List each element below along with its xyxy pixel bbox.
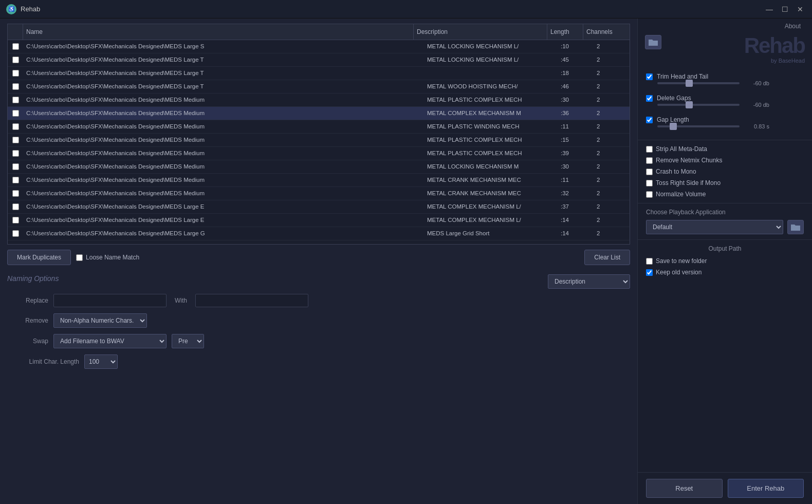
row-checkbox[interactable] — [12, 177, 19, 183]
strip-meta-row[interactable]: Strip All Meta-Data — [646, 145, 804, 153]
row-checkbox[interactable] — [12, 137, 19, 143]
row-length: :45 — [558, 53, 594, 66]
gap-length-slider[interactable] — [657, 125, 740, 127]
row-description — [424, 67, 558, 80]
limit-select[interactable]: 10050200 — [84, 354, 118, 369]
remove-netmix-row[interactable]: Remove Netmix Chunks — [646, 157, 804, 164]
crash-mono-row[interactable]: Crash to Mono — [646, 168, 804, 175]
gap-length-label: Gap Length — [657, 116, 689, 123]
table-row[interactable]: C:\Users\carbo\Desktop\SFX\Mechanicals D… — [8, 94, 630, 107]
titlebar: ♿ Rehab — ☐ ✕ — [0, 0, 812, 18]
table-row[interactable]: C:\Users\carbo\Desktop\SFX\Mechanicals D… — [8, 107, 630, 120]
minimize-button[interactable]: — — [764, 4, 775, 15]
row-channels: 2 — [594, 214, 630, 227]
gap-length-checkbox[interactable] — [646, 117, 653, 123]
loose-name-match-checkbox[interactable] — [76, 254, 83, 261]
table-row[interactable]: C:\Users\carbo\Desktop\SFX\Mechanicals D… — [8, 200, 630, 214]
replace-input[interactable] — [53, 294, 167, 307]
right-panel: About Rehab by BaseHead Trim Head and Ta… — [637, 18, 812, 504]
toss-right-row[interactable]: Toss Right Side if Mono — [646, 179, 804, 186]
row-checkbox[interactable] — [12, 70, 19, 77]
table-row[interactable]: C:\Users\carbo\Desktop\SFX\Mechanicals D… — [8, 134, 630, 147]
main-layout: Name Description Length Channels C:\User… — [0, 18, 812, 504]
row-name: C:\Users\carbo\Desktop\SFX\Mechanicals D… — [23, 107, 424, 120]
table-row[interactable]: C:\Users\carbo\Desktop\SFX\Mechanicals D… — [8, 174, 630, 187]
app-title: Rehab — [21, 5, 764, 13]
row-checkbox[interactable] — [12, 97, 19, 103]
strip-meta-checkbox[interactable] — [646, 146, 653, 153]
remove-select[interactable]: Non-Alpha Numeric Chars.NoneCustom — [53, 313, 147, 328]
keep-old-version-row[interactable]: Keep old version — [646, 269, 804, 276]
table-row[interactable]: C:\Users\carbo\Desktop\SFX\Mechanicals D… — [8, 53, 630, 67]
col-check — [8, 24, 23, 40]
table-row[interactable]: C:\Users\carbo\Desktop\SFX\Mechanicals D… — [8, 160, 630, 174]
trim-label: Trim Head and Tail — [657, 73, 708, 80]
row-length: :15 — [558, 134, 594, 146]
row-checkbox[interactable] — [12, 190, 19, 197]
row-checkbox[interactable] — [12, 230, 19, 237]
swap-select[interactable]: Add Filename to BWAVNone — [53, 334, 167, 348]
about-button[interactable]: About — [781, 22, 805, 31]
row-checkbox[interactable] — [12, 57, 19, 63]
playback-section: Choose Playback Application DefaultiTune… — [638, 203, 812, 239]
row-description: METAL PLASTIC WINDING MECH — [424, 120, 558, 133]
remove-netmix-checkbox[interactable] — [646, 157, 653, 164]
gap-length-group: Gap Length 0.83 s — [646, 116, 804, 129]
mark-duplicates-button[interactable]: Mark Duplicates — [7, 250, 71, 265]
row-checkbox[interactable] — [12, 123, 19, 130]
row-checkbox[interactable] — [12, 217, 19, 223]
enter-rehab-button[interactable]: Enter Rehab — [728, 479, 804, 498]
row-checkbox[interactable] — [12, 83, 19, 90]
delete-gaps-checkbox[interactable] — [646, 95, 653, 102]
description-select[interactable]: DescriptionFilenameCustom — [548, 274, 630, 289]
row-channels: 2 — [594, 174, 630, 186]
trim-slider[interactable] — [657, 82, 740, 84]
row-checkbox[interactable] — [12, 203, 19, 210]
table-row[interactable]: C:\Users\carbo\Desktop\SFX\Mechanicals D… — [8, 40, 630, 53]
gap-length-row: Gap Length — [646, 116, 804, 123]
table-row[interactable]: C:\Users\carbo\Desktop\SFX\Mechanicals D… — [8, 227, 630, 240]
save-new-folder-checkbox[interactable] — [646, 258, 653, 265]
row-length: :30 — [558, 160, 594, 173]
delete-gaps-label: Delete Gaps — [657, 95, 691, 102]
delete-gaps-slider[interactable] — [657, 104, 740, 106]
folder-button[interactable] — [645, 35, 661, 49]
clear-list-button[interactable]: Clear List — [584, 250, 630, 265]
normalize-checkbox[interactable] — [646, 191, 653, 198]
logo-row: Rehab by BaseHead — [638, 31, 812, 66]
row-checkbox[interactable] — [12, 110, 19, 117]
maximize-button[interactable]: ☐ — [779, 4, 790, 15]
file-table-body[interactable]: C:\Users\carbo\Desktop\SFX\Mechanicals D… — [8, 40, 630, 244]
loose-name-match-label[interactable]: Loose Name Match — [76, 254, 139, 261]
normalize-row[interactable]: Normalize Volume — [646, 191, 804, 198]
playback-folder-button[interactable] — [787, 220, 804, 234]
col-name: Name — [23, 24, 414, 40]
row-description: METAL CRANK MECHANISM MEC — [424, 187, 558, 200]
toss-right-checkbox[interactable] — [646, 180, 653, 186]
crash-mono-checkbox[interactable] — [646, 169, 653, 175]
table-row[interactable]: C:\Users\carbo\Desktop\SFX\Mechanicals D… — [8, 214, 630, 227]
pre-post-select[interactable]: PrePost — [172, 334, 204, 348]
playback-select[interactable]: DefaultiTunesVLC — [646, 220, 783, 234]
row-checkbox[interactable] — [12, 150, 19, 157]
table-row[interactable]: C:\Users\carbo\Desktop\SFX\Mechanicals D… — [8, 187, 630, 200]
trim-group: Trim Head and Tail -60 db — [646, 73, 804, 86]
row-name: C:\Users\carbo\Desktop\SFX\Mechanicals D… — [23, 134, 424, 146]
replace-row: Replace With — [7, 294, 630, 307]
table-row[interactable]: C:\Users\carbo\Desktop\SFX\Mechanicals D… — [8, 147, 630, 160]
row-checkbox[interactable] — [12, 43, 19, 50]
row-length: :10 — [558, 40, 594, 53]
row-channels: 2 — [594, 67, 630, 80]
keep-old-version-checkbox[interactable] — [646, 269, 653, 276]
row-checkbox[interactable] — [12, 163, 19, 170]
table-row[interactable]: C:\Users\carbo\Desktop\SFX\Mechanicals D… — [8, 80, 630, 94]
table-row[interactable]: C:\Users\carbo\Desktop\SFX\Mechanicals D… — [8, 120, 630, 134]
save-new-folder-row[interactable]: Save to new folder — [646, 257, 804, 265]
app-icon: ♿ — [6, 4, 16, 14]
close-button[interactable]: ✕ — [795, 4, 806, 15]
with-input[interactable] — [195, 294, 308, 307]
reset-button[interactable]: Reset — [646, 479, 723, 498]
table-row[interactable]: C:\Users\carbo\Desktop\SFX\Mechanicals D… — [8, 67, 630, 80]
row-description: METAL LOCKING MECHANISM L/ — [424, 53, 558, 66]
trim-checkbox[interactable] — [646, 73, 653, 80]
